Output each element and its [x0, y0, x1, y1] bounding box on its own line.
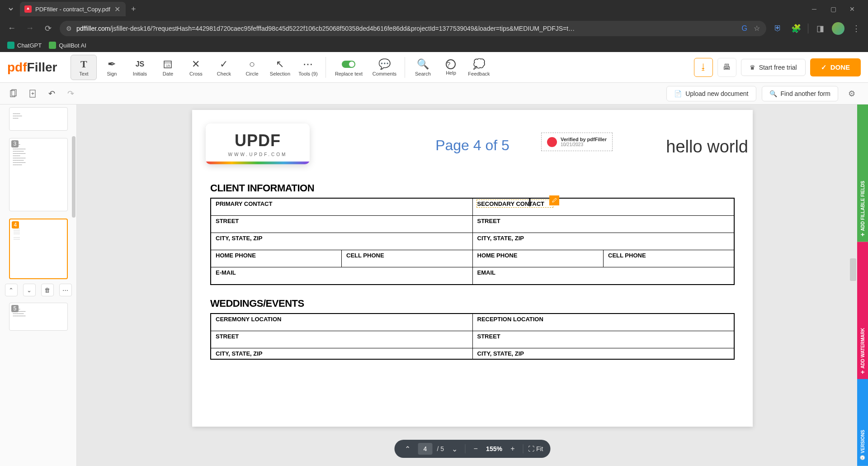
tool-search[interactable]: 🔍Search: [410, 55, 436, 80]
redo-button[interactable]: ↷: [62, 86, 79, 102]
thumb-delete-button[interactable]: 🗑: [41, 284, 54, 296]
tool-feedback[interactable]: 💭Feedback: [466, 55, 492, 80]
fit-button[interactable]: ⛶Fit: [528, 445, 543, 452]
pdf-page[interactable]: UPDF WWW.UPDF.COM Page 4 of 5 Verified b…: [192, 110, 753, 427]
tool-more[interactable]: ⋯Tools (9): [295, 55, 321, 80]
new-tab-button[interactable]: +: [131, 5, 136, 14]
download-button[interactable]: ⭳: [694, 58, 713, 77]
start-trial-button[interactable]: ♛Start free trial: [741, 59, 806, 76]
reception-location-cell[interactable]: RECEPTION LOCATION: [472, 314, 734, 331]
thumbnail-page-4[interactable]: 4▬▬ ▬━━━━━━━━━━━━━━━━━━━━━━━━━━━━━━━━━━━…: [9, 219, 68, 279]
thumbnail-page-5[interactable]: 5▬▬▬▬▬▬▬▬▬▬▬▬▬▬▬▬▬▬▬▬▬▬▬▬: [9, 303, 68, 331]
street-cell-left[interactable]: STREET: [211, 216, 472, 233]
next-page-button[interactable]: ⌄: [448, 443, 460, 455]
ceremony-location-cell[interactable]: CEREMONY LOCATION: [211, 314, 472, 331]
upload-document-button[interactable]: 📄Upload new document: [666, 86, 756, 101]
browser-menu-icon[interactable]: ⋮: [850, 22, 863, 35]
address-bar: ← → ⟳ ⚙ pdffiller.com/jsfiller-desk16/?r…: [0, 18, 868, 38]
email-cell-right[interactable]: EMAIL: [472, 267, 734, 285]
workspace: ▬▬▬▬▬▬▬▬▬▬▬▬ 3▬▬▬▬▬▬▬▬▬▬▬▬▬▬▬▬▬▬▬▬▬▬▬▬▬▬…: [0, 105, 868, 466]
street2-right[interactable]: STREET: [472, 331, 734, 348]
email-cell-left[interactable]: E-MAIL: [211, 267, 472, 285]
cell-phone-right[interactable]: CELL PHONE: [604, 250, 735, 267]
shield-icon[interactable]: ⛨: [772, 22, 784, 35]
thumb-up-button[interactable]: ⌃: [5, 284, 18, 296]
settings-button[interactable]: ⚙: [844, 86, 860, 102]
tool-sign[interactable]: ✒Sign: [99, 55, 125, 80]
total-pages-label: / 5: [437, 445, 444, 452]
profile-avatar[interactable]: [832, 22, 844, 35]
thumb-down-button[interactable]: ⌄: [23, 284, 36, 296]
url-bar[interactable]: ⚙ pdffiller.com/jsfiller-desk16/?request…: [60, 21, 766, 36]
tool-text[interactable]: TText: [71, 55, 97, 80]
extensions-icon[interactable]: 🧩: [790, 22, 802, 35]
tab-close-icon[interactable]: ✕: [114, 5, 121, 13]
csz2-right[interactable]: CITY, STATE, ZIP: [472, 348, 734, 360]
dropdown-tabs-icon[interactable]: [7, 5, 14, 13]
pages-panel-button[interactable]: [5, 86, 22, 102]
verified-badge[interactable]: Verified by pdfFiller 10/21/2023: [541, 133, 613, 151]
rail-watermark[interactable]: +ADD WATERMARK: [857, 242, 868, 380]
csz-cell-right[interactable]: CITY, STATE, ZIP: [472, 233, 734, 250]
thumbnail-rail[interactable]: ▬▬▬▬▬▬▬▬▬▬▬▬ 3▬▬▬▬▬▬▬▬▬▬▬▬▬▬▬▬▬▬▬▬▬▬▬▬▬▬…: [0, 105, 77, 466]
tool-date[interactable]: 15Date: [155, 55, 181, 80]
street-cell-right[interactable]: STREET: [472, 216, 734, 233]
current-page-input[interactable]: [418, 443, 433, 455]
sidepanel-icon[interactable]: ◨: [814, 22, 826, 35]
browser-tab[interactable]: PDFfiller - contract_Copy.pdf ✕: [20, 2, 126, 16]
tool-initials[interactable]: JSInitials: [127, 55, 153, 80]
zoom-in-button[interactable]: +: [507, 443, 519, 455]
rail-fillable-fields[interactable]: +ADD FILLABLE FIELDS: [857, 105, 868, 242]
csz-cell-left[interactable]: CITY, STATE, ZIP: [211, 233, 472, 250]
svg-text:15: 15: [166, 64, 170, 68]
pdffiller-logo[interactable]: pdfFiller: [7, 60, 57, 75]
thumb-more-button[interactable]: ⋯: [59, 284, 72, 296]
street2-left[interactable]: STREET: [211, 331, 472, 348]
updf-watermark: UPDF WWW.UPDF.COM: [206, 124, 310, 164]
add-page-button[interactable]: +: [24, 86, 41, 102]
google-icon[interactable]: G: [742, 24, 747, 33]
primary-contact-cell[interactable]: PRIMARY CONTACT: [211, 198, 472, 216]
bookmark-chatgpt[interactable]: ChatGPT: [7, 42, 42, 49]
tool-replace-text[interactable]: Replace text: [330, 55, 367, 80]
cell-phone-left[interactable]: CELL PHONE: [342, 250, 473, 267]
help-tools: 🔍Search ?Help 💭Feedback: [410, 55, 492, 80]
tool-circle[interactable]: ○Circle: [239, 55, 265, 80]
thumbnail-page-partial[interactable]: ▬▬▬▬▬▬▬▬▬▬▬▬: [9, 107, 68, 131]
minimize-icon[interactable]: ─: [807, 2, 821, 16]
app-frame: pdfFiller TText ✒Sign JSInitials 15Date …: [0, 52, 868, 466]
home-phone-right[interactable]: HOME PHONE: [472, 250, 604, 267]
hello-world-text[interactable]: hello world: [666, 137, 748, 157]
back-button[interactable]: ←: [5, 22, 18, 35]
print-button[interactable]: 🖶: [717, 58, 736, 77]
thumb-scrollbar[interactable]: [72, 136, 75, 218]
bookmark-quillbot[interactable]: QuillBot AI: [49, 42, 86, 49]
document-scroll[interactable]: UPDF WWW.UPDF.COM Page 4 of 5 Verified b…: [77, 105, 868, 466]
done-button[interactable]: ✓DONE: [810, 58, 861, 76]
rail-versions[interactable]: 🕐VERSIONS: [857, 379, 868, 466]
upload-icon: 📄: [674, 90, 682, 97]
tool-cross[interactable]: ✕Cross: [183, 55, 209, 80]
doc-scrollbar-thumb[interactable]: [850, 258, 856, 281]
undo-button[interactable]: ↶: [43, 86, 60, 102]
bookmark-star-icon[interactable]: ☆: [754, 24, 760, 33]
maximize-icon[interactable]: ▢: [826, 2, 840, 16]
home-phone-left[interactable]: HOME PHONE: [211, 250, 342, 267]
tool-help[interactable]: ?Help: [438, 55, 464, 80]
tool-comments[interactable]: 💬Comments: [368, 55, 400, 80]
reload-button[interactable]: ⟳: [42, 22, 54, 35]
thumbnail-page-3[interactable]: 3▬▬▬▬▬▬▬▬▬▬▬▬▬▬▬▬▬▬▬▬▬▬▬▬▬▬▬▬▬▬▬▬▬▬▬▬▬▬▬…: [9, 138, 68, 211]
secondary-contact-highlight[interactable]: I: [476, 200, 553, 208]
edit-flag-icon[interactable]: [549, 195, 559, 205]
tool-selection[interactable]: ↖Selection: [267, 55, 293, 80]
forward-button[interactable]: →: [24, 22, 36, 35]
site-settings-icon[interactable]: ⚙: [66, 25, 72, 32]
prev-page-button[interactable]: ⌃: [402, 443, 414, 455]
zoom-out-button[interactable]: −: [470, 443, 481, 455]
close-window-icon[interactable]: ✕: [845, 2, 859, 16]
csz2-left[interactable]: CITY, STATE, ZIP: [211, 348, 472, 360]
find-form-button[interactable]: 🔍Find another form: [762, 86, 839, 101]
secondary-contact-cell[interactable]: I SECONDARY CONTACT: [472, 198, 734, 216]
tool-check[interactable]: ✓Check: [211, 55, 237, 80]
tab-title: PDFfiller - contract_Copy.pdf: [35, 6, 110, 13]
